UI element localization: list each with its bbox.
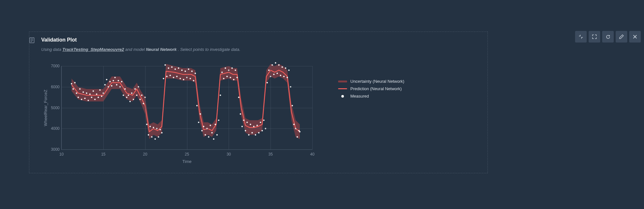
svg-point-122 <box>263 119 264 121</box>
svg-point-99 <box>225 67 226 69</box>
svg-point-94 <box>216 134 218 135</box>
svg-point-128 <box>273 74 274 75</box>
svg-point-34 <box>116 84 117 85</box>
x-tick: 35 <box>268 152 272 157</box>
x-tick: 20 <box>143 152 147 157</box>
legend-measured: Measured <box>338 94 404 99</box>
shrink-button[interactable] <box>575 31 587 43</box>
legend-measured-label: Measured <box>350 94 369 99</box>
svg-point-14 <box>82 91 84 93</box>
svg-point-82 <box>196 105 197 106</box>
svg-point-110 <box>243 119 244 121</box>
svg-point-91 <box>211 132 213 133</box>
svg-point-93 <box>215 124 216 125</box>
svg-point-97 <box>221 71 223 73</box>
svg-point-53 <box>148 134 149 135</box>
svg-point-54 <box>149 126 151 127</box>
svg-point-46 <box>136 94 137 96</box>
svg-point-8 <box>72 88 74 90</box>
panel-toolbar <box>575 31 641 43</box>
svg-point-33 <box>114 77 116 78</box>
svg-point-80 <box>193 80 194 81</box>
svg-point-98 <box>223 78 224 79</box>
svg-point-37 <box>121 81 122 82</box>
svg-point-62 <box>163 78 164 79</box>
svg-point-66 <box>169 75 171 76</box>
svg-point-133 <box>281 66 283 68</box>
svg-point-55 <box>151 136 152 138</box>
edit-button[interactable] <box>616 31 627 43</box>
svg-point-57 <box>155 138 156 139</box>
svg-point-35 <box>118 80 119 81</box>
svg-point-136 <box>287 77 288 78</box>
svg-point-28 <box>106 79 107 80</box>
svg-point-16 <box>86 92 87 94</box>
expand-button[interactable] <box>589 31 600 43</box>
svg-point-111 <box>245 130 246 131</box>
svg-point-115 <box>251 132 253 133</box>
svg-point-100 <box>226 76 228 77</box>
swatch-band-icon <box>338 81 347 82</box>
x-tick: 25 <box>185 152 189 157</box>
svg-point-72 <box>180 78 181 79</box>
y-tick: 5000 <box>51 106 60 110</box>
svg-point-87 <box>204 134 206 135</box>
chart-svg <box>62 66 158 114</box>
svg-point-49 <box>141 94 142 96</box>
svg-point-21 <box>94 99 96 100</box>
svg-point-30 <box>109 81 110 82</box>
y-axis-label: WheelRear_ForceZ <box>43 90 48 126</box>
svg-point-43 <box>131 92 132 94</box>
svg-point-132 <box>280 75 281 76</box>
svg-point-127 <box>271 64 273 66</box>
svg-point-41 <box>128 94 129 96</box>
legend: Uncertainty (Neural Network) Prediction … <box>338 79 404 99</box>
svg-point-52 <box>146 124 147 125</box>
refresh-button[interactable] <box>602 31 614 43</box>
svg-point-39 <box>124 88 126 90</box>
svg-point-61 <box>161 132 162 133</box>
svg-point-73 <box>181 70 183 71</box>
svg-point-125 <box>268 70 270 71</box>
svg-point-32 <box>113 80 114 81</box>
svg-point-25 <box>101 96 102 97</box>
svg-point-78 <box>190 78 191 79</box>
x-tick: 15 <box>101 152 105 157</box>
y-tick: 7000 <box>51 64 60 68</box>
svg-point-130 <box>277 72 278 74</box>
svg-point-107 <box>238 97 239 98</box>
svg-point-18 <box>89 93 90 95</box>
svg-point-92 <box>213 138 214 139</box>
svg-point-85 <box>201 130 203 131</box>
svg-point-131 <box>278 64 279 66</box>
svg-point-84 <box>200 113 201 115</box>
chart[interactable]: WheelRear_ForceZ Time 300040005000600070… <box>42 56 325 169</box>
svg-point-69 <box>175 69 176 70</box>
svg-point-44 <box>133 99 134 100</box>
plot-area[interactable]: WheelRear_ForceZ Time 300040005000600070… <box>61 66 312 150</box>
svg-point-67 <box>171 66 173 68</box>
y-tick: 4000 <box>51 126 60 131</box>
close-button[interactable] <box>629 31 641 43</box>
svg-point-120 <box>260 122 261 123</box>
svg-point-113 <box>248 134 249 135</box>
legend-prediction: Prediction (Neural Network) <box>338 86 404 91</box>
swatch-dot-icon <box>341 95 344 98</box>
x-axis-label: Time <box>182 159 191 164</box>
x-tick: 10 <box>59 152 63 157</box>
svg-point-129 <box>275 62 276 63</box>
svg-point-63 <box>165 64 166 66</box>
svg-point-68 <box>173 77 174 78</box>
svg-point-23 <box>98 97 99 98</box>
legend-uncertainty: Uncertainty (Neural Network) <box>338 79 404 84</box>
svg-point-24 <box>99 89 100 90</box>
svg-point-42 <box>129 101 131 102</box>
svg-point-102 <box>230 77 231 78</box>
svg-point-112 <box>246 122 248 123</box>
svg-point-81 <box>194 72 196 74</box>
svg-point-86 <box>203 126 204 127</box>
svg-point-142 <box>297 136 298 138</box>
svg-point-109 <box>242 126 243 127</box>
svg-point-114 <box>250 124 251 125</box>
svg-point-17 <box>88 100 89 101</box>
